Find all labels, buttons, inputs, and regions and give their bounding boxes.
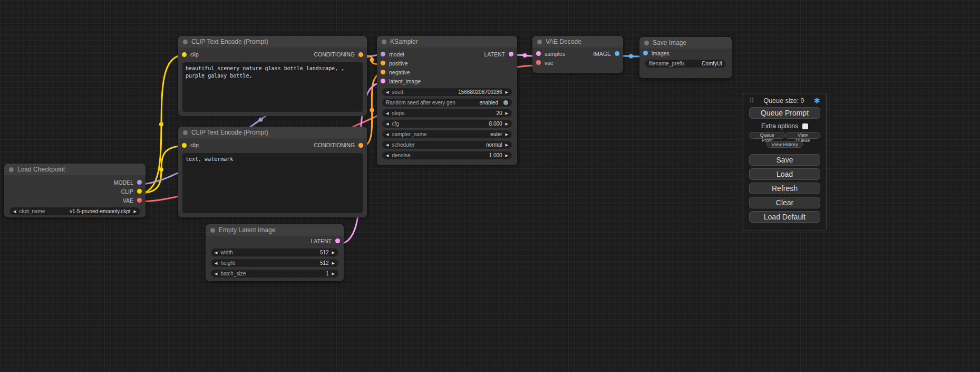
node-vae-decode[interactable]: VAE Decode samples IMAGE vae <box>532 36 623 73</box>
increment-arrow-icon[interactable]: ▶ <box>506 143 508 147</box>
decrement-arrow-icon[interactable]: ◀ <box>386 132 389 136</box>
decrement-arrow-icon[interactable]: ◀ <box>215 251 217 254</box>
seed-widget[interactable]: ◀ seed 156680208700286 ▶ <box>382 88 512 96</box>
node-title-bar[interactable]: Save Image <box>639 37 732 49</box>
sampler-name-widget[interactable]: ◀ sampler_name euler ▶ <box>382 130 512 138</box>
filename-prefix-widget[interactable]: filename_prefix ComfyUI <box>645 60 726 68</box>
slot-row: negative <box>377 68 517 77</box>
node-title: KSampler <box>390 38 418 45</box>
node-title-bar[interactable]: Load Checkpoint <box>4 164 145 175</box>
increment-arrow-icon[interactable]: ▶ <box>332 251 335 254</box>
node-collapse-dot[interactable] <box>210 228 215 233</box>
view-queue-button[interactable]: View Queue <box>785 132 820 139</box>
vae-output-label: VAE <box>123 197 133 204</box>
increment-arrow-icon[interactable]: ▶ <box>506 122 508 126</box>
widget-label: batch_size <box>220 271 246 276</box>
image-output-slot[interactable] <box>615 51 619 56</box>
widget-label: cfg <box>392 121 399 127</box>
model-input-slot[interactable] <box>381 52 385 56</box>
width-widget[interactable]: ◀ width 512 ▶ <box>211 249 338 256</box>
increment-arrow-icon[interactable]: ▶ <box>332 272 335 275</box>
node-title-bar[interactable]: CLIP Text Encode (Prompt) <box>178 36 367 47</box>
queue-prompt-button[interactable]: Queue Prompt <box>749 107 820 119</box>
view-history-button[interactable]: View History <box>766 141 803 148</box>
samples-input-slot[interactable] <box>536 51 541 56</box>
model-output-slot[interactable] <box>137 180 142 185</box>
clip-input-slot[interactable] <box>182 143 187 148</box>
steps-widget[interactable]: ◀ steps 20 ▶ <box>382 109 512 117</box>
batch-size-widget[interactable]: ◀ batch_size 1 ▶ <box>211 270 338 278</box>
save-button[interactable]: Save <box>749 154 820 166</box>
negative-input-label: negative <box>389 69 410 75</box>
positive-input-slot[interactable] <box>381 61 385 65</box>
height-widget[interactable]: ◀ height 512 ▶ <box>211 259 338 267</box>
images-input-slot[interactable] <box>643 51 648 55</box>
node-ksampler[interactable]: KSampler model LATENT positive negative … <box>377 36 517 165</box>
decrement-arrow-icon[interactable]: ◀ <box>215 261 217 265</box>
node-save-image[interactable]: Save Image images filename_prefix ComfyU… <box>639 37 732 78</box>
latent-output-slot[interactable] <box>509 52 513 56</box>
positive-prompt-textarea[interactable]: beautiful scenery nature glass bottle la… <box>182 62 363 112</box>
latent-output-slot[interactable] <box>335 239 340 243</box>
model-input-label: model <box>389 51 404 58</box>
increment-arrow-icon[interactable]: ▶ <box>506 111 508 115</box>
node-title-bar[interactable]: VAE Decode <box>532 36 623 47</box>
node-collapse-dot[interactable] <box>537 40 542 44</box>
node-title-bar[interactable]: KSampler <box>377 36 517 47</box>
widget-value: 20 <box>496 110 502 116</box>
toggle-indicator-icon[interactable] <box>503 100 508 105</box>
image-output-label: IMAGE <box>593 51 611 57</box>
latent-image-input-slot[interactable] <box>381 79 385 83</box>
decrement-arrow-icon[interactable]: ◀ <box>386 154 389 157</box>
node-title-bar[interactable]: Empty Latent Image <box>206 224 344 236</box>
scheduler-widget[interactable]: ◀ scheduler normal ▶ <box>382 141 512 149</box>
gear-icon[interactable]: ✱ <box>813 97 820 104</box>
random-seed-toggle-widget[interactable]: Random seed after every gen enabled <box>382 99 512 107</box>
decrement-arrow-icon[interactable]: ◀ <box>215 272 217 275</box>
increment-arrow-icon[interactable]: ▶ <box>332 261 335 265</box>
increment-arrow-icon[interactable]: ▶ <box>506 90 508 94</box>
negative-prompt-textarea[interactable]: text, watermark <box>182 153 363 213</box>
increment-arrow-icon[interactable]: ▶ <box>506 132 508 136</box>
clip-input-slot[interactable] <box>182 52 187 57</box>
decrement-arrow-icon[interactable]: ◀ <box>386 111 389 115</box>
ckpt-name-widget[interactable]: ◀ ckpt_name v1-5-pruned-emaonly.ckpt ▶ <box>9 207 140 215</box>
widget-label: height <box>220 260 235 266</box>
decrement-arrow-icon[interactable]: ◀ <box>386 122 389 126</box>
node-empty-latent-image[interactable]: Empty Latent Image LATENT ◀ width 512 ▶ … <box>206 224 344 281</box>
node-load-checkpoint[interactable]: Load Checkpoint MODEL CLIP VAE ◀ ckpt_na… <box>4 164 145 217</box>
link-midpoint-dot <box>523 53 527 58</box>
vae-output-slot[interactable] <box>137 198 142 203</box>
negative-input-slot[interactable] <box>381 70 385 74</box>
link-midpoint-dot <box>629 54 633 59</box>
vae-input-slot[interactable] <box>536 60 541 65</box>
decrement-arrow-icon[interactable]: ◀ <box>13 209 16 213</box>
node-clip-text-encode-negative[interactable]: CLIP Text Encode (Prompt) clip CONDITION… <box>178 127 367 217</box>
decrement-arrow-icon[interactable]: ◀ <box>386 143 389 147</box>
slot-row: latent_image <box>377 77 517 85</box>
increment-arrow-icon[interactable]: ▶ <box>134 209 137 213</box>
node-collapse-dot[interactable] <box>9 167 14 172</box>
denoise-widget[interactable]: ◀ denoise 1.000 ▶ <box>382 151 512 159</box>
conditioning-output-slot[interactable] <box>358 52 363 57</box>
node-clip-text-encode-positive[interactable]: CLIP Text Encode (Prompt) clip CONDITION… <box>178 36 367 116</box>
conditioning-output-label: CONDITIONING <box>314 51 355 58</box>
increment-arrow-icon[interactable]: ▶ <box>506 154 508 157</box>
queue-front-button[interactable]: Queue Front <box>749 132 785 139</box>
load-default-button[interactable]: Load Default <box>749 211 820 223</box>
drag-handle-icon[interactable]: ⠿ <box>749 97 754 104</box>
decrement-arrow-icon[interactable]: ◀ <box>386 90 389 94</box>
node-collapse-dot[interactable] <box>644 41 649 45</box>
node-title-bar[interactable]: CLIP Text Encode (Prompt) <box>178 127 367 138</box>
extra-options-checkbox[interactable] <box>802 123 808 129</box>
node-collapse-dot[interactable] <box>183 130 188 135</box>
load-button[interactable]: Load <box>749 168 820 180</box>
conditioning-output-slot[interactable] <box>358 143 363 148</box>
node-collapse-dot[interactable] <box>382 40 386 44</box>
refresh-button[interactable]: Refresh <box>749 183 820 194</box>
link-midpoint-dot <box>159 122 163 127</box>
clip-output-slot[interactable] <box>137 189 142 194</box>
cfg-widget[interactable]: ◀ cfg 8.000 ▶ <box>382 120 512 128</box>
node-collapse-dot[interactable] <box>183 40 188 44</box>
clear-button[interactable]: Clear <box>749 197 820 208</box>
